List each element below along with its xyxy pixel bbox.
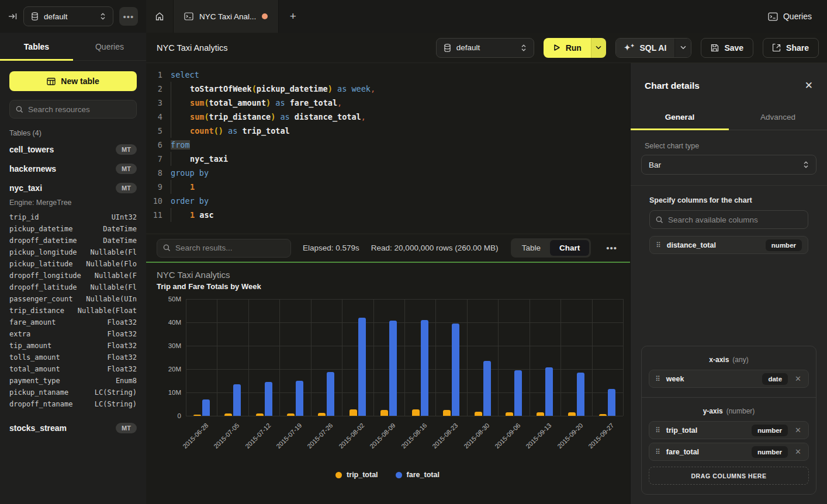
close-icon[interactable]: ✕ (805, 79, 813, 92)
drag-handle-icon[interactable]: ⠿ (655, 427, 660, 434)
editor-line: 6from (146, 138, 630, 152)
bar-fare_total (327, 372, 334, 416)
results-more-icon[interactable]: ••• (603, 243, 621, 253)
column-name: pickup_longitude (9, 246, 77, 258)
gridline (373, 299, 374, 416)
editor-line: 7nyc_taxi (146, 152, 630, 166)
share-button[interactable]: Share (763, 38, 819, 58)
engine-badge: MT (116, 144, 137, 155)
queries-button[interactable]: Queries (768, 12, 812, 21)
axes-config: x-axis(any) ⠿weekdate✕ y-axis(number) ⠿t… (641, 346, 816, 495)
run-button[interactable]: Run (544, 38, 591, 58)
y-tick-label: 50M (158, 296, 181, 303)
more-options-icon[interactable]: ••• (119, 7, 138, 26)
bar-fare_total (296, 381, 303, 416)
new-tab-button[interactable]: + (279, 0, 307, 33)
column-row: fare_amountFloat32 (9, 317, 137, 328)
engine-badge: MT (116, 164, 137, 174)
query-title: NYC Taxi Analytics (157, 43, 227, 53)
editor-line: 8group by (146, 166, 630, 180)
sidebar-search-input[interactable] (28, 105, 130, 114)
column-row: trip_idUInt32 (9, 211, 137, 223)
gridline (279, 299, 280, 416)
table-row[interactable]: nyc_taxiMT (9, 178, 137, 197)
tab-title: NYC Taxi Anal... (199, 12, 256, 21)
column-chip[interactable]: ⠿distance_totalnumber (649, 236, 808, 254)
tab-advanced[interactable]: Advanced (729, 105, 827, 130)
column-chip[interactable]: ⠿trip_totalnumber✕ (649, 421, 809, 439)
save-button[interactable]: Save (701, 38, 753, 58)
database-icon (444, 44, 451, 52)
gridline (498, 299, 499, 416)
drag-handle-icon[interactable]: ⠿ (655, 449, 660, 456)
column-chip[interactable]: ⠿weekdate✕ (649, 370, 809, 388)
drag-handle-icon[interactable]: ⠿ (655, 376, 660, 383)
chart-title: NYC Taxi Analytics (157, 270, 618, 280)
tab-nyc-taxi-analytics[interactable]: NYC Taxi Anal... (174, 0, 279, 33)
column-row: dropoff_latitudeNullable(Fl (9, 281, 137, 293)
chart-type-value: Bar (649, 161, 661, 169)
columns-search-input[interactable] (668, 215, 802, 224)
collapse-sidebar-icon[interactable] (8, 12, 18, 21)
home-icon (155, 12, 164, 21)
sql-ai-options-button[interactable] (674, 39, 691, 57)
legend-item[interactable]: trip_total (335, 471, 378, 479)
results-search[interactable] (157, 239, 291, 258)
updown-chevrons-icon (803, 161, 809, 169)
chart-subtitle: Trip and Fare Totals by Week (157, 282, 618, 291)
type-badge: date (762, 373, 788, 385)
y-tick-label: 30M (158, 342, 181, 349)
table-row[interactable]: hackernewsMT (9, 159, 137, 178)
drag-handle-icon[interactable]: ⠿ (656, 242, 661, 249)
results-search-input[interactable] (175, 244, 285, 252)
sql-editor[interactable]: 1select2toStartOfWeek(pickup_datetime) a… (146, 63, 630, 234)
chart-view-button[interactable]: Chart (550, 240, 589, 256)
run-options-button[interactable] (591, 38, 606, 58)
line-number: 2 (146, 82, 162, 96)
column-name: trip_id (9, 211, 39, 223)
y-tick-label: 20M (158, 366, 181, 373)
home-button[interactable] (146, 0, 174, 33)
remove-chip-icon[interactable]: ✕ (794, 426, 802, 435)
query-database-selector[interactable]: default (436, 38, 534, 58)
sidebar-tab-tables[interactable]: Tables (0, 33, 73, 60)
x-tick-label: 2015-07-05 (212, 422, 240, 450)
columns-search[interactable] (649, 210, 808, 229)
column-chip[interactable]: ⠿fare_totalnumber✕ (649, 443, 809, 461)
table-view-button[interactable]: Table (513, 240, 550, 256)
sql-ai-button[interactable]: ✦✦ SQL AI (616, 39, 675, 57)
bar-fare_total (545, 367, 553, 416)
bar-trip_total (380, 410, 388, 416)
database-selector[interactable]: default (23, 6, 113, 26)
chart-type-label: Select chart type (645, 142, 813, 150)
editor-line: 1select (146, 68, 630, 82)
sidebar-tab-queries[interactable]: Queries (73, 33, 146, 60)
sidebar: Tables Queries New table Tables (4) cell… (0, 33, 146, 504)
sidebar-search[interactable] (9, 100, 137, 119)
updown-chevrons-icon (100, 12, 106, 20)
y-axis-hint: (number) (726, 407, 755, 415)
table-name: hackernews (9, 164, 56, 173)
top-bar: default ••• NYC Taxi Anal... + Queries (0, 0, 827, 33)
x-tick-label: 2015-08-16 (400, 422, 428, 450)
chart-type-selector[interactable]: Bar (641, 155, 816, 175)
table-row[interactable]: cell_towersMT (9, 140, 137, 159)
column-type: Nullable(Float (78, 305, 137, 317)
column-name: dropoff_ntaname (9, 398, 72, 410)
y-tick-label: 40M (158, 319, 181, 326)
legend-item[interactable]: fare_total (396, 471, 440, 479)
tables-section-label: Tables (4) (9, 129, 137, 137)
drop-zone[interactable]: DRAG COLUMNS HERE (649, 467, 809, 485)
results-toolbar: Elapsed: 0.579s Read: 20,000,000 rows (2… (146, 234, 630, 262)
new-table-button[interactable]: New table (9, 71, 137, 91)
remove-chip-icon[interactable]: ✕ (794, 374, 802, 383)
remove-chip-icon[interactable]: ✕ (794, 447, 802, 456)
line-number: 10 (146, 194, 162, 208)
line-number: 4 (146, 110, 162, 124)
column-row: trip_distanceNullable(Float (9, 305, 137, 317)
chart-plot: 010M20M30M40M50M (186, 299, 623, 416)
line-number: 11 (146, 208, 162, 222)
tab-general[interactable]: General (631, 105, 729, 130)
panel-title: Chart details (645, 81, 700, 91)
table-row[interactable]: stocks_streamMT (9, 418, 137, 437)
